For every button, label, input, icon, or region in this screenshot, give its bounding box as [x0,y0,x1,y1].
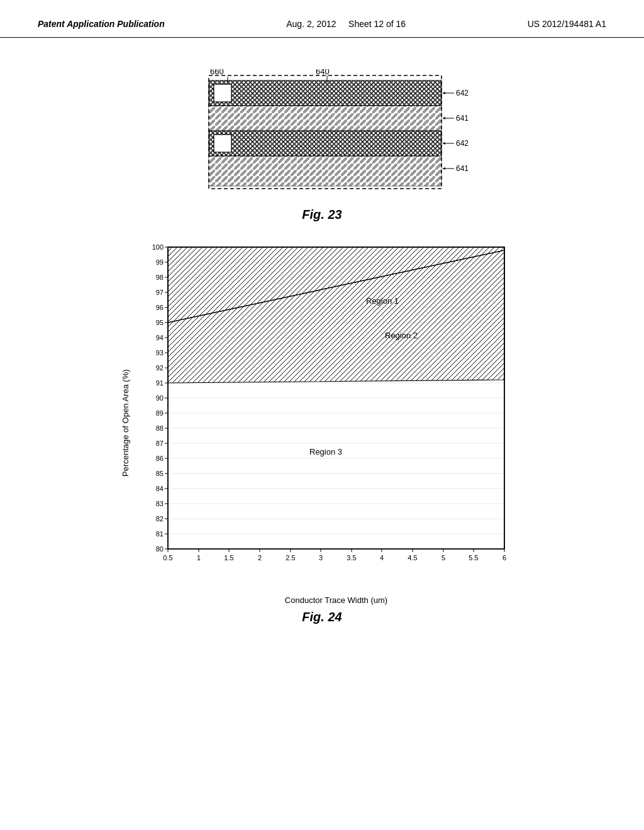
publication-date: Aug. 2, 2012 [286,19,336,29]
fig23-caption: Fig. 23 [302,208,341,222]
sheet-info: Sheet 12 of 16 [348,19,406,29]
fig23-container: 660 640 [171,69,473,222]
svg-marker-28 [443,117,445,119]
y-axis-label: Percentage of Open Area (%) [121,241,130,605]
publication-label: Patent Application Publication [38,19,165,29]
svg-text:82: 82 [156,515,164,523]
svg-text:6: 6 [502,554,506,562]
fig23-diagram: 660 640 [171,69,473,201]
svg-text:100: 100 [152,243,164,251]
svg-text:95: 95 [156,319,164,326]
svg-text:5.5: 5.5 [469,554,478,562]
svg-text:88: 88 [156,424,164,432]
svg-text:99: 99 [156,258,164,266]
svg-rect-21 [209,131,441,156]
patent-number: US 2012/194481 A1 [528,19,606,29]
x-axis-ticks: 0.5 1 1.5 2 2.5 3 3.5 [163,549,506,562]
svg-text:641: 641 [456,114,469,123]
svg-text:4: 4 [380,554,384,562]
svg-text:91: 91 [156,379,164,387]
fig24-container: Percentage of Open Area (%) [50,241,594,624]
svg-text:80: 80 [156,545,164,553]
svg-rect-18 [209,80,441,106]
svg-text:97: 97 [156,289,164,296]
chart-area: 80 81 82 83 [133,241,523,605]
svg-text:90: 90 [156,394,164,402]
x-axis-label: Conductor Trace Width (um) [168,595,504,605]
fig24-svg: 80 81 82 83 [133,241,523,593]
svg-text:2.5: 2.5 [286,554,295,562]
svg-text:86: 86 [156,455,164,462]
page-header: Patent Application Publication Aug. 2, 2… [0,0,644,38]
region1-label: Region 1 [366,296,399,306]
region2-label: Region 2 [385,331,418,340]
svg-text:640: 640 [316,69,330,76]
svg-marker-31 [443,142,445,145]
svg-text:2: 2 [258,554,262,562]
svg-rect-20 [209,106,441,131]
svg-marker-25 [443,92,445,94]
svg-text:89: 89 [156,409,164,417]
svg-text:96: 96 [156,304,164,311]
svg-text:1: 1 [197,554,201,562]
svg-text:3.5: 3.5 [347,554,356,562]
svg-text:642: 642 [456,89,469,97]
header-left: Patent Application Publication [38,18,165,31]
svg-marker-34 [443,167,445,170]
svg-text:660: 660 [210,69,224,76]
svg-rect-19 [214,84,231,102]
svg-rect-23 [209,156,441,186]
main-content: 660 640 [0,38,644,643]
svg-text:642: 642 [456,139,469,148]
svg-text:3: 3 [319,554,323,562]
svg-text:5: 5 [441,554,445,562]
svg-text:93: 93 [156,349,164,357]
svg-text:84: 84 [156,485,164,492]
svg-text:94: 94 [156,334,164,341]
svg-text:641: 641 [456,164,469,173]
svg-rect-22 [214,135,231,152]
svg-text:98: 98 [156,274,164,281]
header-right: US 2012/194481 A1 [528,18,606,31]
fig23-svg: 660 640 [171,69,473,201]
svg-text:81: 81 [156,530,164,538]
fig24-caption: Fig. 24 [302,610,341,624]
svg-text:92: 92 [156,364,164,372]
svg-text:4.5: 4.5 [408,554,417,562]
chart-wrapper: Percentage of Open Area (%) [121,241,523,605]
header-center: Aug. 2, 2012 Sheet 12 of 16 [286,18,406,31]
svg-text:83: 83 [156,500,164,507]
svg-text:85: 85 [156,470,164,477]
svg-text:0.5: 0.5 [163,554,172,562]
svg-text:87: 87 [156,440,164,447]
region3-label: Region 3 [309,447,342,456]
svg-text:1.5: 1.5 [224,554,233,562]
